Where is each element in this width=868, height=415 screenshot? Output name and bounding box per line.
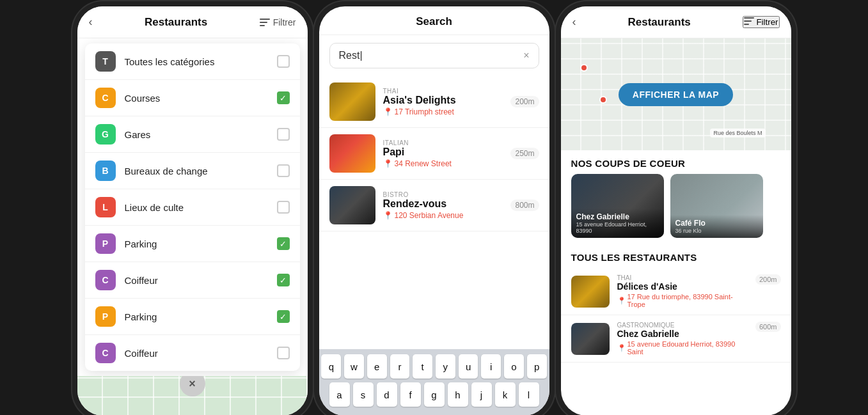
category-label: Coiffeur (125, 348, 268, 359)
result-type: BISTRO (383, 191, 503, 198)
all-restaurants-title: TOUS LES RESTAURANTS (561, 244, 791, 268)
phone2-title: Search (416, 15, 452, 27)
key-e[interactable]: e (367, 354, 387, 379)
restaurant-address: 📍17 Rue du triomphe, 83990 Saint-Trope (617, 293, 748, 308)
restaurant-item-gabrielle2[interactable]: GASTRONOMIQUE Chez Gabrielle 📍15 avenue … (561, 315, 791, 363)
category-checkbox[interactable] (277, 237, 290, 250)
phone1-header: ‹ Restaurants Filtrer (77, 6, 308, 38)
key-d[interactable]: d (377, 382, 397, 407)
key-j[interactable]: j (471, 382, 492, 407)
back-icon[interactable]: ‹ (89, 15, 93, 29)
result-info: THAI Asia's Delights 📍17 Triumph street (383, 88, 503, 116)
category-label: Parking (125, 239, 268, 249)
category-item-culte[interactable]: L Lieux de culte (85, 189, 300, 226)
category-item-toutes[interactable]: T Toutes les catégories (85, 43, 300, 80)
key-y[interactable]: y (436, 354, 455, 379)
search-results: THAI Asia's Delights 📍17 Triumph street … (319, 76, 549, 349)
category-checkbox[interactable] (277, 91, 290, 104)
category-icon: G (95, 124, 116, 145)
key-r[interactable]: r (390, 354, 410, 379)
key-f[interactable]: f (400, 382, 421, 407)
result-name: Asia's Delights (383, 95, 503, 106)
category-icon: L (95, 197, 116, 217)
result-address: 📍17 Triumph street (383, 107, 503, 116)
restaurant-item-asie[interactable]: THAI Délices d'Asie 📍17 Rue du triomphe,… (561, 268, 791, 315)
key-g[interactable]: g (424, 382, 445, 407)
category-checkbox[interactable] (277, 310, 290, 323)
category-label: Coiffeur (125, 275, 268, 286)
category-icon: P (95, 306, 116, 327)
restaurant-distance: 200m (755, 274, 781, 285)
category-label: Bureaux de change (125, 166, 268, 176)
category-checkbox[interactable] (277, 55, 290, 68)
key-t[interactable]: t (413, 354, 432, 379)
coup-card-cafe-flo[interactable]: Café Flo 36 rue Klo (670, 174, 763, 238)
category-icon: C (95, 88, 116, 108)
coups-de-coeur-list: Chez Gabrielle 15 avenue Edouard Herriot… (561, 174, 791, 244)
category-checkbox[interactable] (277, 347, 290, 359)
key-q[interactable]: q (321, 354, 341, 379)
category-item-bureaux[interactable]: B Bureaux de change (85, 153, 300, 189)
category-item-parking2[interactable]: P Parking (85, 299, 300, 335)
phone2-header: Search (319, 6, 549, 35)
category-checkbox[interactable] (277, 274, 290, 286)
back-icon-3[interactable]: ‹ (572, 15, 576, 29)
keyboard-row-2: asdfghjkl (322, 382, 547, 407)
key-h[interactable]: h (448, 382, 468, 407)
key-i[interactable]: i (481, 354, 501, 379)
key-o[interactable]: o (504, 354, 524, 379)
coup-address: 15 avenue Edouard Herriot, 83990 (576, 221, 659, 234)
category-item-coiffeur2[interactable]: C Coiffeur (85, 335, 300, 371)
key-a[interactable]: a (329, 382, 350, 407)
result-distance: 800m (510, 200, 539, 211)
category-checkbox[interactable] (277, 164, 290, 177)
result-name: Papi (383, 146, 503, 158)
result-item-asia[interactable]: THAI Asia's Delights 📍17 Triumph street … (319, 76, 549, 128)
svg-rect-3 (744, 17, 754, 19)
show-map-button[interactable]: AFFICHER LA MAP (619, 83, 733, 106)
category-item-gares[interactable]: G Gares (85, 116, 300, 153)
search-clear-button[interactable]: × (523, 50, 529, 61)
filter-button[interactable]: Filtrer (260, 17, 296, 27)
map-preview: Rue des Boulets M AFFICHER LA MAP (561, 38, 791, 150)
phone-restaurants: ‹ Restaurants Filtrer Rue des Boulets M … (561, 6, 791, 415)
phone3-header: ‹ Restaurants Filtrer (561, 6, 791, 38)
category-dropdown: T Toutes les catégories C Courses G Gare… (85, 43, 300, 371)
key-l[interactable]: l (519, 382, 539, 407)
keyboard-row-1: qwertyuiop (322, 354, 547, 379)
filter-button-3[interactable]: Filtrer (743, 16, 780, 28)
coup-info: Chez Gabrielle 15 avenue Edouard Herriot… (571, 208, 664, 238)
restaurant-info: GASTRONOMIQUE Chez Gabrielle 📍15 avenue … (617, 322, 748, 356)
category-item-coiffeur[interactable]: C Coiffeur (85, 262, 300, 299)
key-s[interactable]: s (353, 382, 374, 407)
keyboard: qwertyuiopasdfghjkl (319, 349, 549, 415)
search-input[interactable]: Rest| (339, 50, 519, 61)
result-item-rdv[interactable]: BISTRO Rendez-vous 📍120 Serbian Avenue 8… (319, 180, 549, 231)
svg-rect-4 (744, 20, 752, 22)
result-item-papi[interactable]: ITALIAN Papi 📍34 Renew Street 250m (319, 128, 549, 180)
restaurant-type: GASTRONOMIQUE (617, 322, 748, 329)
category-item-parking[interactable]: P Parking (85, 226, 300, 262)
svg-rect-1 (260, 22, 267, 23)
coup-name: Café Flo (675, 219, 758, 228)
restaurant-distance: 600m (755, 322, 781, 332)
category-label: Gares (125, 129, 268, 140)
category-checkbox[interactable] (277, 201, 290, 214)
key-p[interactable]: p (527, 354, 547, 379)
restaurant-info: THAI Délices d'Asie 📍17 Rue du triomphe,… (617, 274, 748, 308)
key-k[interactable]: k (495, 382, 516, 407)
coup-card-gabrielle[interactable]: Chez Gabrielle 15 avenue Edouard Herriot… (571, 174, 664, 238)
coup-info: Café Flo 36 rue Klo (670, 215, 763, 238)
restaurant-type: THAI (617, 274, 748, 281)
restaurant-address: 📍15 avenue Edouard Herriot, 83990 Saint (617, 340, 748, 356)
key-u[interactable]: u (459, 354, 478, 379)
category-icon: P (95, 233, 116, 254)
category-item-courses[interactable]: C Courses (85, 80, 300, 116)
svg-rect-5 (744, 24, 749, 25)
category-checkbox[interactable] (277, 128, 290, 141)
result-type: ITALIAN (383, 139, 503, 146)
key-w[interactable]: w (344, 354, 364, 379)
result-thumb (329, 134, 375, 173)
result-type: THAI (383, 88, 503, 95)
map-overlay: AFFICHER LA MAP (561, 38, 791, 150)
